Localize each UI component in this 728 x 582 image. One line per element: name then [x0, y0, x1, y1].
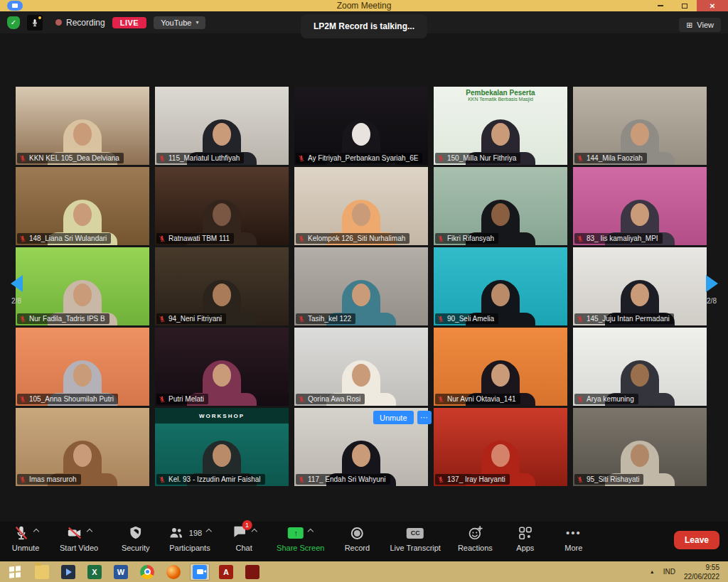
video-tile[interactable]: Nur Avni Oktavia_141: [434, 328, 567, 406]
muted-mic-icon: [298, 396, 305, 403]
ask-to-unmute-popup: Unmute ⋯: [373, 411, 432, 424]
show-hidden-icons-chevron[interactable]: ▲: [650, 569, 655, 574]
arrow-left-icon: [11, 275, 23, 292]
start-video-button[interactable]: Start Video: [60, 525, 98, 552]
muted-mic-icon: [159, 476, 166, 483]
video-tile[interactable]: Ay Fitriyah_Perbankan Syariah_6E: [294, 87, 428, 165]
video-tile[interactable]: 145_Juju Intan Permadani: [573, 247, 707, 325]
titlebar: Zoom Meeting ✕: [0, 0, 728, 11]
taskbar-red-app[interactable]: [242, 564, 262, 581]
security-label: Security: [122, 544, 150, 552]
taskbar-media-app[interactable]: [58, 564, 78, 581]
taskbar-word[interactable]: W: [111, 564, 131, 581]
participant-name: Kel. 93 - Izzudin Amir Faishal: [168, 475, 261, 483]
page-indicator: 2/8: [707, 297, 717, 305]
video-tile[interactable]: 115_Mariatul Luthfiyah: [155, 87, 289, 165]
video-tile[interactable]: Fikri Rifansyah: [434, 167, 567, 245]
windows-taskbar: X W A ▲ IND 9:55 22/06/2022: [0, 561, 728, 582]
smiley-plus-icon: [467, 525, 483, 541]
taskbar-zoom-active[interactable]: [190, 564, 210, 581]
minimize-button[interactable]: [648, 0, 673, 11]
apps-button[interactable]: Apps: [510, 525, 541, 552]
video-tile[interactable]: 90_Seli Amelia: [434, 247, 567, 325]
live-transcript-button[interactable]: CC Live Transcript: [390, 525, 441, 552]
video-tile[interactable]: 105_Anna Shoumilah Putri: [16, 328, 149, 406]
video-tile[interactable]: WORKSHOPKel. 93 - Izzudin Amir Faishal: [155, 408, 289, 486]
participant-name-tag: 150_Milla Nur Fithriya: [435, 153, 520, 163]
unmute-button[interactable]: Unmute: [10, 525, 41, 552]
participants-button[interactable]: 198 Participants: [168, 525, 211, 552]
arrow-right-icon: [706, 275, 718, 292]
view-button[interactable]: ⊞ View: [679, 18, 721, 32]
ask-unmute-button[interactable]: Unmute: [373, 411, 414, 424]
taskbar-firefox[interactable]: [164, 564, 183, 581]
recording-dot-icon: [55, 19, 62, 26]
video-tile[interactable]: 94_Neni Fitriyani: [155, 247, 289, 325]
participant-name-tag: Nur Avni Oktavia_141: [435, 394, 520, 404]
muted-mic-icon: [437, 316, 444, 323]
youtube-label: YouTube: [161, 18, 191, 27]
video-tile[interactable]: 83_ Iis kamaliyah_MPI: [573, 167, 707, 245]
video-tile[interactable]: 148_Liana Sri Wulandari: [16, 167, 149, 245]
video-tile[interactable]: Ratnawati TBM 111: [155, 167, 289, 245]
video-tile[interactable]: 95_Siti Rishayati: [573, 408, 707, 486]
more-options-icon[interactable]: ⋯: [417, 411, 432, 424]
gallery-next-page-button[interactable]: 2/8: [700, 275, 724, 305]
video-tile[interactable]: Tasih_kel 122: [294, 247, 428, 325]
video-tile[interactable]: 137_ Iray Haryanti: [434, 408, 567, 486]
taskbar-acrobat[interactable]: A: [216, 564, 236, 581]
video-tile[interactable]: Kelompok 126_Siti Nurhalimah: [294, 167, 428, 245]
video-options-chevron[interactable]: [86, 529, 92, 534]
tile-banner-line: WORKSHOP: [199, 413, 245, 419]
participant-name-tag: 117_ Endah Sri Wahyuni: [296, 474, 390, 485]
taskbar-chrome[interactable]: [137, 564, 157, 581]
zoom-camera-icon: [193, 565, 207, 579]
chat-button[interactable]: 1 Chat: [228, 525, 259, 552]
youtube-stream-button[interactable]: YouTube ▾: [154, 16, 205, 29]
audio-options-chevron[interactable]: [33, 529, 38, 534]
chat-unread-badge: 1: [242, 520, 252, 530]
tile-banner: Pembekalan PesertaKKN Tematik Berbasis M…: [434, 89, 567, 102]
audio-settings-icon[interactable]: [27, 15, 43, 31]
reactions-button[interactable]: Reactions: [458, 525, 493, 552]
more-button[interactable]: ••• More: [558, 525, 589, 552]
video-tile[interactable]: Pembekalan PesertaKKN Tematik Berbasis M…: [434, 87, 567, 165]
window-controls: ✕: [648, 0, 728, 11]
video-tile[interactable]: Nur Fadila_Tadris IPS B: [16, 247, 149, 325]
clock[interactable]: 9:55 22/06/2022: [684, 563, 719, 581]
video-tile[interactable]: Arya kemuning: [573, 328, 707, 406]
participant-name: 115_Mariatul Luthfiyah: [168, 154, 240, 162]
live-transcript-label: Live Transcript: [390, 544, 441, 552]
taskbar-file-explorer[interactable]: [32, 564, 52, 581]
start-button[interactable]: [4, 564, 26, 581]
taskbar-excel[interactable]: X: [85, 564, 105, 581]
muted-mic-icon: [437, 155, 444, 162]
shield-icon: [128, 525, 144, 541]
muted-mic-icon: [19, 396, 26, 403]
video-tile[interactable]: Putri Melati: [155, 328, 289, 406]
participant-name: Fikri Rifansyah: [447, 235, 494, 242]
participants-options-chevron[interactable]: [206, 529, 212, 534]
share-options-chevron[interactable]: [308, 529, 314, 534]
chat-label: Chat: [235, 544, 252, 552]
video-tile[interactable]: 144_Mila Faoziah: [573, 87, 707, 165]
red-app-icon: [245, 565, 259, 579]
chat-options-chevron[interactable]: [251, 529, 257, 534]
acrobat-icon: A: [219, 565, 233, 579]
security-button[interactable]: Security: [120, 525, 151, 552]
video-tile[interactable]: Qorina Awa Rosi: [294, 328, 428, 406]
caret-down-icon: ▾: [196, 19, 198, 26]
language-indicator[interactable]: IND: [663, 568, 675, 576]
participants-label: Participants: [169, 544, 210, 552]
gallery-prev-page-button[interactable]: 2/8: [4, 275, 28, 305]
maximize-button[interactable]: [673, 0, 697, 11]
video-tile[interactable]: KKN KEL 105_Dea Delviana: [16, 87, 149, 165]
participant-name: Ratnawati TBM 111: [168, 235, 230, 242]
video-tile[interactable]: Imas masruroh: [16, 408, 149, 486]
leave-button[interactable]: Leave: [674, 531, 719, 549]
recording-indicator: Recording: [55, 18, 105, 28]
close-button[interactable]: ✕: [697, 0, 728, 11]
encryption-shield-icon[interactable]: ✓: [7, 16, 20, 29]
record-button[interactable]: Record: [341, 525, 373, 552]
share-screen-button[interactable]: ↑ Share Screen: [277, 525, 324, 552]
